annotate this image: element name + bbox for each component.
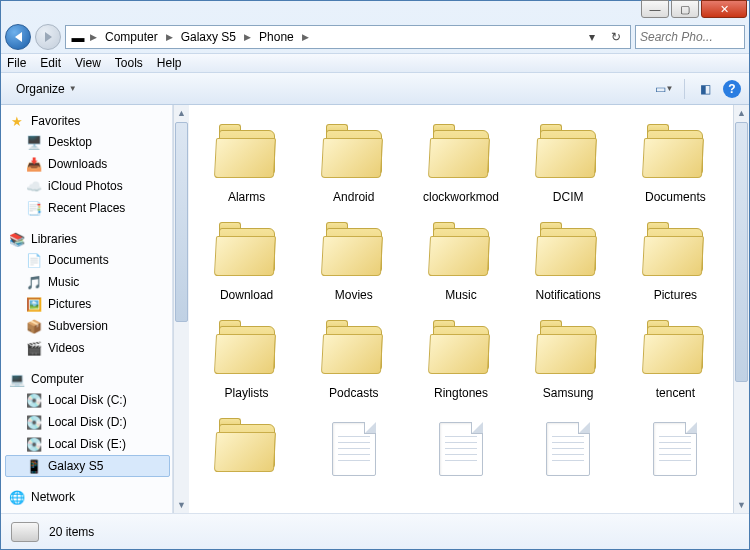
forward-button[interactable] (35, 24, 61, 50)
breadcrumb-sep[interactable]: ▶ (88, 32, 99, 42)
device-icon: ▬ (70, 29, 86, 45)
libraries-item-icon: 🎬 (26, 340, 42, 356)
folder-item-playlists[interactable]: Playlists (197, 313, 296, 407)
chevron-down-icon: ▼ (69, 84, 77, 93)
folder-icon (211, 124, 283, 186)
file-item[interactable] (519, 411, 618, 491)
preview-pane-button[interactable]: ◧ (693, 78, 717, 100)
sidebar-item-label: Desktop (48, 135, 92, 149)
file-icon (540, 418, 596, 480)
sidebar-item-local-disk-c-[interactable]: 💽Local Disk (C:) (5, 389, 170, 411)
breadcrumb-computer[interactable]: Computer (101, 30, 162, 44)
help-button[interactable]: ? (723, 80, 741, 98)
scroll-thumb[interactable] (175, 122, 188, 322)
folder-item-notifications[interactable]: Notifications (519, 215, 618, 309)
search-input[interactable] (640, 30, 740, 44)
sidebar-item-label: Videos (48, 341, 84, 355)
sidebar-item-pictures[interactable]: 🖼️Pictures (5, 293, 170, 315)
back-button[interactable] (5, 24, 31, 50)
view-options-button[interactable]: ▭ ▼ (652, 78, 676, 100)
organize-button[interactable]: Organize ▼ (9, 78, 84, 100)
favorites-group: ★ Favorites 🖥️Desktop📥Downloads☁️iCloud … (5, 111, 170, 219)
address-bar[interactable]: ▬ ▶ Computer ▶ Galaxy S5 ▶ Phone ▶ ▾ ↻ (65, 25, 631, 49)
file-item[interactable] (304, 411, 403, 491)
libraries-group: 📚 Libraries 📄Documents🎵Music🖼️Pictures📦S… (5, 229, 170, 359)
computer-item-icon: 💽 (26, 392, 42, 408)
search-box[interactable] (635, 25, 745, 49)
network-header[interactable]: 🌐 Network (5, 487, 170, 507)
item-label: clockworkmod (423, 190, 499, 204)
folder-item-music[interactable]: Music (411, 215, 510, 309)
sidebar-item-label: Local Disk (E:) (48, 437, 126, 451)
libraries-item-icon: 📄 (26, 252, 42, 268)
menu-view[interactable]: View (75, 56, 101, 70)
favorites-header[interactable]: ★ Favorites (5, 111, 170, 131)
menu-tools[interactable]: Tools (115, 56, 143, 70)
computer-item-icon: 💽 (26, 436, 42, 452)
computer-group: 💻 Computer 💽Local Disk (C:)💽Local Disk (… (5, 369, 170, 477)
menu-edit[interactable]: Edit (40, 56, 61, 70)
sidebar-item-local-disk-d-[interactable]: 💽Local Disk (D:) (5, 411, 170, 433)
folder-item-download[interactable]: Download (197, 215, 296, 309)
scroll-down-button[interactable]: ▼ (174, 497, 189, 513)
folder-item-alarms[interactable]: Alarms (197, 117, 296, 211)
folder-item[interactable] (197, 411, 296, 491)
sidebar-item-icloud-photos[interactable]: ☁️iCloud Photos (5, 175, 170, 197)
minimize-button[interactable]: — (641, 0, 669, 18)
folder-icon (211, 320, 283, 382)
item-label: Android (333, 190, 374, 204)
sidebar-item-desktop[interactable]: 🖥️Desktop (5, 131, 170, 153)
libraries-icon: 📚 (9, 231, 25, 247)
folder-item-documents[interactable]: Documents (626, 117, 725, 211)
network-label: Network (31, 490, 75, 504)
breadcrumb-galaxy-s5[interactable]: Galaxy S5 (177, 30, 240, 44)
item-label: Samsung (543, 386, 594, 400)
folder-item-ringtones[interactable]: Ringtones (411, 313, 510, 407)
network-group: 🌐 Network (5, 487, 170, 507)
sidebar-item-recent-places[interactable]: 📑Recent Places (5, 197, 170, 219)
folder-item-pictures[interactable]: Pictures (626, 215, 725, 309)
sidebar-item-downloads[interactable]: 📥Downloads (5, 153, 170, 175)
sidebar-item-videos[interactable]: 🎬Videos (5, 337, 170, 359)
folder-item-dcim[interactable]: DCIM (519, 117, 618, 211)
file-icon (647, 418, 703, 480)
breadcrumb-sep[interactable]: ▶ (300, 32, 311, 42)
sidebar-item-local-disk-e-[interactable]: 💽Local Disk (E:) (5, 433, 170, 455)
refresh-button[interactable]: ↻ (606, 27, 626, 47)
content-scrollbar[interactable]: ▲ ▼ (733, 105, 749, 513)
scroll-up-button[interactable]: ▲ (734, 105, 749, 121)
sidebar-item-subversion[interactable]: 📦Subversion (5, 315, 170, 337)
libraries-header[interactable]: 📚 Libraries (5, 229, 170, 249)
scroll-thumb[interactable] (735, 122, 748, 382)
maximize-button[interactable]: ▢ (671, 0, 699, 18)
breadcrumb-sep[interactable]: ▶ (164, 32, 175, 42)
sidebar-item-music[interactable]: 🎵Music (5, 271, 170, 293)
sidebar-item-documents[interactable]: 📄Documents (5, 249, 170, 271)
sidebar-item-galaxy-s5[interactable]: 📱Galaxy S5 (5, 455, 170, 477)
folder-icon (639, 320, 711, 382)
menu-help[interactable]: Help (157, 56, 182, 70)
body: ★ Favorites 🖥️Desktop📥Downloads☁️iCloud … (1, 105, 749, 513)
breadcrumb-phone[interactable]: Phone (255, 30, 298, 44)
folder-item-clockworkmod[interactable]: clockworkmod (411, 117, 510, 211)
scroll-down-button[interactable]: ▼ (734, 497, 749, 513)
file-item[interactable] (411, 411, 510, 491)
breadcrumb-sep[interactable]: ▶ (242, 32, 253, 42)
folder-item-samsung[interactable]: Samsung (519, 313, 618, 407)
address-dropdown-button[interactable]: ▾ (582, 27, 602, 47)
menu-file[interactable]: File (7, 56, 26, 70)
scroll-up-button[interactable]: ▲ (174, 105, 189, 121)
folder-icon (425, 320, 497, 382)
file-item[interactable] (626, 411, 725, 491)
computer-label: Computer (31, 372, 84, 386)
libraries-label: Libraries (31, 232, 77, 246)
sidebar-scrollbar[interactable]: ▲ ▼ (173, 105, 189, 513)
computer-item-icon: 📱 (26, 458, 42, 474)
folder-item-tencent[interactable]: tencent (626, 313, 725, 407)
folder-item-android[interactable]: Android (304, 117, 403, 211)
computer-header[interactable]: 💻 Computer (5, 369, 170, 389)
folder-item-podcasts[interactable]: Podcasts (304, 313, 403, 407)
folder-item-movies[interactable]: Movies (304, 215, 403, 309)
close-button[interactable]: ✕ (701, 0, 747, 18)
content-pane: AlarmsAndroidclockworkmodDCIMDocumentsDo… (189, 105, 733, 513)
